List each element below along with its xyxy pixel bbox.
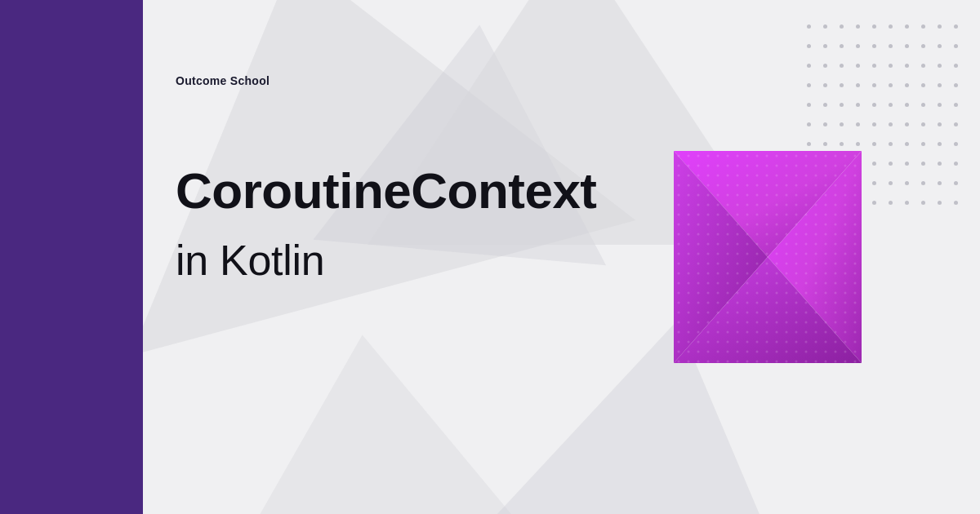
dot — [954, 142, 958, 146]
dot — [938, 24, 942, 29]
dot — [905, 103, 909, 107]
dot — [823, 103, 827, 107]
dot — [889, 181, 893, 185]
dot — [905, 83, 909, 87]
dot — [921, 44, 925, 48]
dot — [872, 24, 876, 29]
dot — [938, 103, 942, 107]
dot — [921, 24, 925, 29]
dot — [889, 142, 893, 146]
dot — [954, 83, 958, 87]
dot — [856, 64, 860, 68]
dot — [840, 64, 844, 68]
dot — [954, 24, 958, 29]
title-area: CoroutineContext in Kotlin — [176, 163, 597, 286]
dot — [856, 83, 860, 87]
svg-rect-5 — [674, 151, 862, 363]
dot — [954, 122, 958, 126]
main-content: Outcome School CoroutineContext in Kotli… — [143, 0, 980, 514]
dot — [807, 83, 811, 87]
dot — [856, 44, 860, 48]
dot — [823, 122, 827, 126]
dot — [840, 44, 844, 48]
dot — [889, 122, 893, 126]
page-container: Outcome School CoroutineContext in Kotli… — [0, 0, 980, 514]
dot — [889, 103, 893, 107]
dot — [889, 201, 893, 205]
sidebar — [0, 0, 143, 514]
dot — [938, 64, 942, 68]
dot — [872, 103, 876, 107]
dot — [807, 122, 811, 126]
dot — [856, 103, 860, 107]
dot — [921, 83, 925, 87]
dot — [905, 142, 909, 146]
dot — [807, 24, 811, 29]
dot — [872, 201, 876, 205]
dot — [889, 162, 893, 166]
dot — [905, 64, 909, 68]
dot — [889, 83, 893, 87]
dot — [872, 44, 876, 48]
dot — [921, 142, 925, 146]
dot — [938, 201, 942, 205]
dot — [938, 83, 942, 87]
dot — [938, 181, 942, 185]
dot — [872, 64, 876, 68]
dot — [921, 103, 925, 107]
dot — [905, 162, 909, 166]
dot — [840, 122, 844, 126]
dot — [872, 83, 876, 87]
dot — [856, 122, 860, 126]
dot — [807, 44, 811, 48]
dot — [954, 181, 958, 185]
dot — [807, 103, 811, 107]
dot — [954, 64, 958, 68]
dot — [840, 142, 844, 146]
triangle-small-bottom — [216, 322, 527, 514]
dot — [889, 44, 893, 48]
dot — [889, 64, 893, 68]
dot — [921, 201, 925, 205]
dot — [872, 122, 876, 126]
dot — [954, 103, 958, 107]
dot — [823, 44, 827, 48]
dot — [905, 24, 909, 29]
dot — [840, 24, 844, 29]
title-sub: in Kotlin — [176, 235, 597, 286]
dot — [938, 122, 942, 126]
dot — [823, 142, 827, 146]
dot — [872, 162, 876, 166]
dot — [921, 181, 925, 185]
dot — [938, 142, 942, 146]
kotlin-logo — [674, 151, 862, 363]
dot — [807, 142, 811, 146]
dot — [905, 44, 909, 48]
dot — [921, 162, 925, 166]
dot — [905, 181, 909, 185]
dot — [823, 64, 827, 68]
dot — [921, 64, 925, 68]
dot — [823, 24, 827, 29]
brand-name: Outcome School — [176, 74, 270, 87]
dot — [938, 44, 942, 48]
dot — [954, 44, 958, 48]
dot — [872, 181, 876, 185]
title-main: CoroutineContext — [176, 163, 597, 219]
dot — [889, 24, 893, 29]
dot — [938, 162, 942, 166]
dot — [856, 142, 860, 146]
dot — [872, 142, 876, 146]
dot — [856, 24, 860, 29]
dot — [954, 201, 958, 205]
dot — [840, 83, 844, 87]
dot — [840, 103, 844, 107]
dot — [905, 122, 909, 126]
dot — [954, 162, 958, 166]
dot — [807, 64, 811, 68]
dot — [905, 201, 909, 205]
dot — [921, 122, 925, 126]
dot — [823, 83, 827, 87]
